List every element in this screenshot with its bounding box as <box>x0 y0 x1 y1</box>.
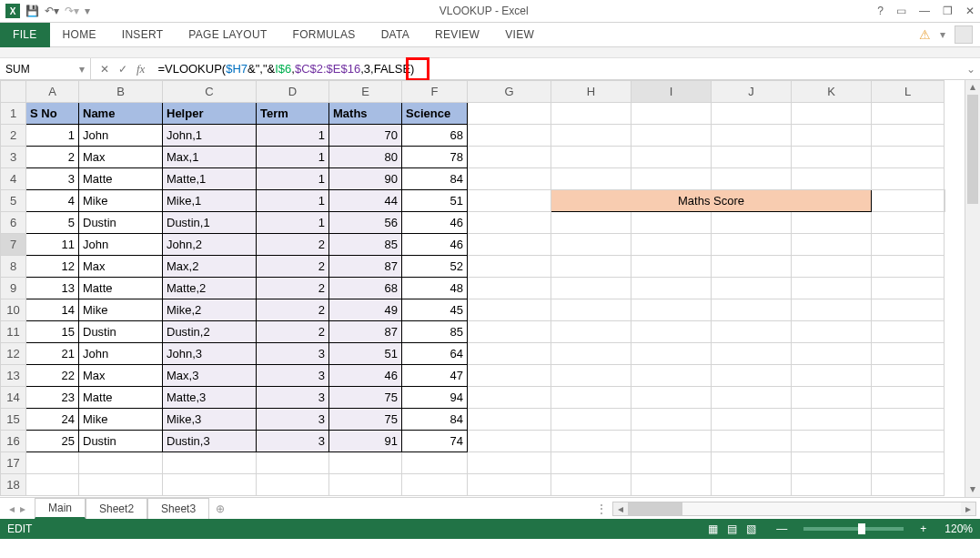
cell-G3[interactable] <box>468 147 551 168</box>
zoom-in-icon[interactable]: + <box>920 522 926 535</box>
cell-G16[interactable] <box>468 431 551 452</box>
cell-B4[interactable]: Matte <box>79 168 163 190</box>
cell-A1[interactable]: S No <box>26 103 79 125</box>
cell-L7[interactable] <box>872 234 945 256</box>
cell-J16[interactable] <box>712 431 792 452</box>
cell-D15[interactable]: 3 <box>257 409 329 431</box>
cell-D8[interactable]: 2 <box>257 256 329 278</box>
cell-H10[interactable] <box>551 299 631 321</box>
cell-B16[interactable]: Dustin <box>79 431 163 452</box>
cell-A10[interactable]: 14 <box>26 299 79 321</box>
cell-F5[interactable]: 51 <box>402 190 468 212</box>
name-box[interactable]: ▾ <box>0 58 91 79</box>
cell-J17[interactable] <box>712 452 792 474</box>
cell-A11[interactable]: 15 <box>26 321 79 343</box>
cell-K6[interactable] <box>792 212 872 234</box>
cell-E13[interactable]: 46 <box>329 365 402 387</box>
cell-L14[interactable] <box>872 387 945 409</box>
cell-H8[interactable] <box>551 256 631 278</box>
cell-D9[interactable]: 2 <box>257 278 329 299</box>
cell-F1[interactable]: Science <box>402 103 468 125</box>
cell-J18[interactable] <box>712 474 792 496</box>
cell-J15[interactable] <box>712 409 792 431</box>
vscroll-thumb[interactable] <box>967 95 978 204</box>
cell-F13[interactable]: 47 <box>402 365 468 387</box>
cell-K10[interactable] <box>792 299 872 321</box>
cell-G5[interactable] <box>468 190 551 212</box>
row-header-2[interactable]: 2 <box>1 125 26 147</box>
cell-G9[interactable] <box>468 278 551 299</box>
cell-G17[interactable] <box>468 452 551 474</box>
cell-C16[interactable]: Dustin,3 <box>163 431 257 452</box>
cell-L1[interactable] <box>872 103 945 125</box>
cell-A7[interactable]: 11 <box>26 234 79 256</box>
formula-expand-icon[interactable]: ⌄ <box>962 63 980 76</box>
row-header-7[interactable]: 7 <box>1 234 26 256</box>
cell-B11[interactable]: Dustin <box>79 321 163 343</box>
tab-page-layout[interactable]: PAGE LAYOUT <box>176 23 279 47</box>
cell-H2[interactable] <box>551 125 631 147</box>
cell-H16[interactable] <box>551 431 631 452</box>
cell-I6[interactable] <box>631 212 712 234</box>
cell-K4[interactable] <box>792 168 872 190</box>
cell-G10[interactable] <box>468 299 551 321</box>
row-header-10[interactable]: 10 <box>1 299 26 321</box>
cell-C6[interactable]: Dustin,1 <box>163 212 257 234</box>
cell-D1[interactable]: Term <box>257 103 329 125</box>
cell-J14[interactable] <box>712 387 792 409</box>
formula-enter-icon[interactable]: ✓ <box>118 63 127 76</box>
cell-G11[interactable] <box>468 321 551 343</box>
cell-I17[interactable] <box>631 452 712 474</box>
cell-K3[interactable] <box>792 147 872 168</box>
cell-F14[interactable]: 94 <box>402 387 468 409</box>
cell-E7[interactable]: 85 <box>329 234 402 256</box>
warning-icon[interactable]: ⚠ <box>919 27 931 42</box>
user-dropdown-icon[interactable]: ▾ <box>940 28 945 41</box>
cell-I12[interactable] <box>631 343 712 365</box>
cell-D13[interactable]: 3 <box>257 365 329 387</box>
row-header-1[interactable]: 1 <box>1 103 26 125</box>
cell-C7[interactable]: John,2 <box>163 234 257 256</box>
cell-I2[interactable] <box>631 125 712 147</box>
zoom-slider[interactable] <box>803 527 904 531</box>
cell-H18[interactable] <box>551 474 631 496</box>
row-header-11[interactable]: 11 <box>1 321 26 343</box>
cell-F6[interactable]: 46 <box>402 212 468 234</box>
col-header-E[interactable]: E <box>329 81 402 103</box>
cell-I4[interactable] <box>631 168 712 190</box>
cell-D18[interactable] <box>257 474 329 496</box>
cell-E12[interactable]: 51 <box>329 343 402 365</box>
cell-B15[interactable]: Mike <box>79 409 163 431</box>
cell-H15[interactable] <box>551 409 631 431</box>
cell-I7[interactable] <box>631 234 712 256</box>
worksheet-grid[interactable]: A B C D E F G H I J K L 1S NoNameHelperT… <box>0 80 980 497</box>
row-header-14[interactable]: 14 <box>1 387 26 409</box>
cell-E8[interactable]: 87 <box>329 256 402 278</box>
cell-I9[interactable] <box>631 278 712 299</box>
cell-A13[interactable]: 22 <box>26 365 79 387</box>
cell-F7[interactable]: 46 <box>402 234 468 256</box>
col-header-J[interactable]: J <box>712 81 792 103</box>
cell-H9[interactable] <box>551 278 631 299</box>
cell-B7[interactable]: John <box>79 234 163 256</box>
cell-J2[interactable] <box>712 125 792 147</box>
cell-A4[interactable]: 3 <box>26 168 79 190</box>
cell-E17[interactable] <box>329 452 402 474</box>
cell-I1[interactable] <box>631 103 712 125</box>
cell-K18[interactable] <box>792 474 872 496</box>
cell-L8[interactable] <box>872 256 945 278</box>
row-header-13[interactable]: 13 <box>1 365 26 387</box>
cell-C12[interactable]: John,3 <box>163 343 257 365</box>
cell-E10[interactable]: 49 <box>329 299 402 321</box>
cell-B13[interactable]: Max <box>79 365 163 387</box>
cell-D2[interactable]: 1 <box>257 125 329 147</box>
cell-D6[interactable]: 1 <box>257 212 329 234</box>
cell-L12[interactable] <box>872 343 945 365</box>
cell-K7[interactable] <box>792 234 872 256</box>
cell-D10[interactable]: 2 <box>257 299 329 321</box>
cell-G4[interactable] <box>468 168 551 190</box>
cell-H6[interactable] <box>551 212 631 234</box>
cell-H4[interactable] <box>551 168 631 190</box>
cell-K16[interactable] <box>792 431 872 452</box>
cell-J3[interactable] <box>712 147 792 168</box>
